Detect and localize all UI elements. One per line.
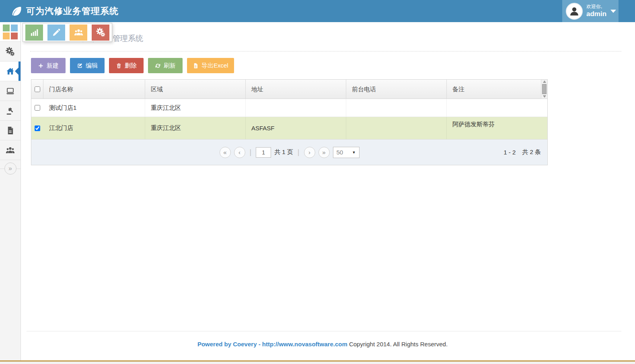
sidebar-item-settings[interactable] xyxy=(0,42,21,62)
app-window: 可为汽修业务管理系统 欢迎你, admin xyxy=(0,0,635,364)
welcome-text: 欢迎你, xyxy=(586,4,606,10)
cell-phone xyxy=(346,117,447,139)
column-header-store-name: 门店名称 xyxy=(43,80,145,99)
row-checkbox-cell xyxy=(31,117,43,139)
avatar xyxy=(566,3,583,20)
column-header-remark: 备注 xyxy=(447,80,547,99)
gears-icon xyxy=(96,28,105,37)
cell-store-name: 测试门店1 xyxy=(43,99,145,117)
pagination-controls: « ‹ | 共 1 页 | › » 50 ▼ xyxy=(219,140,359,165)
user-info: 欢迎你, admin xyxy=(586,4,606,18)
cell-address xyxy=(246,99,346,117)
row-checkbox[interactable] xyxy=(35,125,40,131)
bar-chart-icon xyxy=(30,28,39,37)
page-size-select[interactable]: 50 ▼ xyxy=(333,147,360,158)
select-all-checkbox[interactable] xyxy=(35,86,40,92)
total-pages-label: 共 1 页 xyxy=(274,148,293,156)
bottom-strip xyxy=(0,362,635,364)
sidebar: » xyxy=(0,22,21,364)
store-table: 门店名称 区域 地址 前台电话 备注 测试门店1 重庆江北区 xyxy=(31,79,548,165)
document-icon xyxy=(6,126,15,135)
divider xyxy=(30,51,621,51)
chevron-double-right-icon[interactable]: » xyxy=(4,162,16,175)
sidebar-item-users[interactable] xyxy=(0,140,21,160)
sidebar-item-auction[interactable] xyxy=(0,101,21,121)
prev-page-button[interactable]: ‹ xyxy=(234,147,245,158)
column-header-region: 区域 xyxy=(145,80,246,99)
refresh-button[interactable]: 刷新 xyxy=(148,58,183,73)
record-range-label: 1 - 2 xyxy=(503,149,516,156)
cell-phone xyxy=(346,99,447,117)
delete-button-label: 删除 xyxy=(125,62,137,70)
app-brand: 可为汽修业务管理系统 xyxy=(11,0,119,22)
leaf-logo-icon xyxy=(11,6,22,16)
page-number-input[interactable] xyxy=(256,147,271,158)
trash-icon xyxy=(116,63,122,69)
next-page-button[interactable]: › xyxy=(304,147,315,158)
pagination-info: 1 - 2 共 2 条 xyxy=(503,140,541,165)
cell-region: 重庆江北区 xyxy=(145,117,246,139)
grid-square-green xyxy=(3,25,10,31)
pager-separator: | xyxy=(298,148,300,156)
chevron-down-icon: ▼ xyxy=(352,150,356,154)
home-icon xyxy=(6,67,15,76)
powered-by-link[interactable]: Powered by Coevery - http://www.novasoft… xyxy=(197,341,347,348)
pager-separator: | xyxy=(249,148,251,156)
sidebar-item-home[interactable] xyxy=(0,62,21,81)
file-icon xyxy=(193,63,199,69)
edit-icon xyxy=(77,63,83,69)
cell-remark: 阿萨德发斯蒂芬 xyxy=(447,117,547,139)
cell-address: ASFASF xyxy=(246,117,346,139)
row-checkbox[interactable] xyxy=(35,105,40,111)
table-row[interactable]: 江北门店 重庆江北区 ASFASF 阿萨德发斯蒂芬 xyxy=(31,117,547,139)
app-title: 可为汽修业务管理系统 xyxy=(26,5,119,17)
users-icon xyxy=(74,28,83,37)
delete-button[interactable]: 删除 xyxy=(109,58,144,73)
laptop-icon xyxy=(6,86,15,96)
select-all-cell xyxy=(31,80,43,99)
quick-menu-settings-button[interactable] xyxy=(92,25,109,41)
column-header-address: 地址 xyxy=(246,80,346,99)
quick-menu-edit-button[interactable] xyxy=(47,25,65,41)
grid-icon xyxy=(3,25,18,39)
pagination-bar: « ‹ | 共 1 页 | › » 50 ▼ 1 - 2 共 2 条 xyxy=(31,139,547,165)
export-excel-button-label: 导出Excel xyxy=(201,62,228,70)
grid-square-orange xyxy=(3,33,10,39)
cell-region: 重庆江北区 xyxy=(145,99,246,117)
grid-square-red xyxy=(11,33,18,39)
new-button[interactable]: 新建 xyxy=(31,58,66,73)
scroll-down-icon[interactable] xyxy=(543,95,546,98)
username-text: admin xyxy=(586,10,606,18)
scroll-up-icon[interactable] xyxy=(543,80,546,83)
table-row[interactable]: 测试门店1 重庆江北区 xyxy=(31,99,547,117)
vertical-scrollbar[interactable] xyxy=(541,80,547,99)
row-checkbox-cell xyxy=(31,99,43,117)
last-page-button[interactable]: » xyxy=(319,147,330,158)
refresh-button-label: 刷新 xyxy=(164,62,176,70)
grid-toggle-button[interactable] xyxy=(0,22,21,42)
scrollbar-thumb[interactable] xyxy=(542,84,547,94)
footer: Powered by Coevery - http://www.novasoft… xyxy=(21,341,624,348)
copyright-text: Copyright 2014. All Rights Reserved. xyxy=(349,341,448,348)
gears-icon xyxy=(6,47,15,56)
sidebar-item-documents[interactable] xyxy=(0,121,21,140)
edit-button[interactable]: 编辑 xyxy=(70,58,105,73)
sidebar-expand-area: » xyxy=(0,160,21,177)
quick-menu-reports-button[interactable] xyxy=(25,25,43,41)
toolbar: 新建 编辑 删除 刷新 导出Excel xyxy=(31,58,234,73)
page-size-value: 50 xyxy=(337,149,343,156)
gavel-icon xyxy=(6,106,15,115)
quick-menu-users-button[interactable] xyxy=(70,25,87,41)
grid-square-blue xyxy=(11,25,18,31)
sidebar-item-workstation[interactable] xyxy=(0,81,21,101)
column-header-phone: 前台电话 xyxy=(346,80,447,99)
first-page-button[interactable]: « xyxy=(219,147,230,158)
user-menu[interactable]: 欢迎你, admin xyxy=(562,0,619,22)
person-icon xyxy=(569,6,580,17)
new-button-label: 新建 xyxy=(47,62,59,70)
plus-icon xyxy=(38,63,44,69)
edit-button-label: 编辑 xyxy=(86,62,98,70)
users-icon xyxy=(6,146,15,155)
quick-menu-popup xyxy=(23,23,112,42)
export-excel-button[interactable]: 导出Excel xyxy=(187,58,234,73)
